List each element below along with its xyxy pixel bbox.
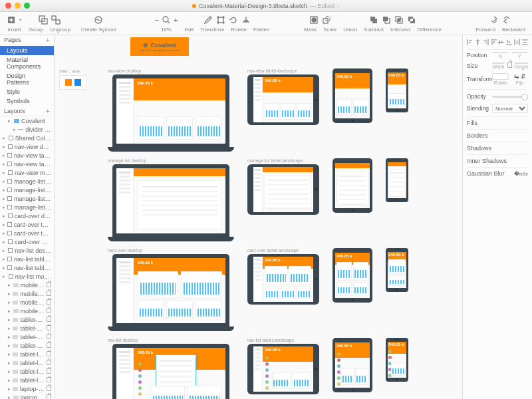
lock-icon[interactable] [47,394,51,400]
lock-icon[interactable] [47,317,51,323]
artboard-laptop[interactable]: nav-view desktop340.65 k [108,68,234,152]
inner-shadows-section[interactable]: Inner Shadows [467,154,528,166]
layer-row[interactable]: ▸tablet-land… [0,350,54,358]
layer-row[interactable]: ▸card-over desktop [0,211,54,220]
disclosure-icon[interactable]: ▸ [8,378,11,383]
artboard-tab-p[interactable]: 340.65 k [332,338,372,392]
artboard-laptop[interactable]: nav-list desktop340.65 k [108,338,234,399]
disclosure-icon[interactable]: ▸ [8,343,11,348]
forward-icon[interactable] [489,15,499,25]
height-input[interactable] [515,63,528,64]
zoom-in-icon[interactable]: + [174,16,178,24]
layer-row[interactable]: ▸tablet-port… [0,324,54,332]
layer-row[interactable]: ▸nav-view desktop [0,142,54,151]
opacity-slider[interactable] [492,96,528,98]
close-window-icon[interactable] [5,3,11,9]
lock-icon[interactable] [47,299,51,306]
layer-row[interactable]: ▸manage-list desktop [0,177,54,186]
layer-row[interactable]: ▸laptop-bg… [0,393,54,399]
page-row[interactable]: Symbols [0,96,54,106]
disclosure-icon[interactable]: ▸ [3,231,5,236]
pos-x-input[interactable] [492,52,509,53]
align-right-icon[interactable] [483,39,489,45]
intersect-icon[interactable] [394,15,404,25]
layer-row[interactable]: ▸nav-list desktop [0,246,54,255]
page-row[interactable]: Style [0,87,54,96]
disclosure-icon[interactable]: ▸ [8,283,11,288]
disclosure-icon[interactable]: ▸ [3,179,5,184]
artboard-tab-p[interactable]: 340.65 k [332,248,372,303]
disclosure-icon[interactable]: ▸ [8,309,11,314]
scale-icon[interactable] [322,15,331,25]
shadows-section[interactable]: Shadows [467,142,528,153]
artboard-phone[interactable]: 340.65 k [386,68,408,112]
disclosure-icon[interactable]: ▸ [8,326,11,331]
ungroup-icon[interactable] [51,15,61,25]
lock-aspect-icon[interactable] [507,63,512,68]
covalent-badge[interactable]: ⊛Covalent https://teradata.github.io/cov… [130,37,189,56]
disclosure-icon[interactable]: ▸ [3,136,7,141]
artboard-tab-l[interactable]: nav-list tablet-landscape340.65 k [247,338,319,394]
artboard-phone[interactable]: 340.65 k [386,338,408,382]
disclosure-icon[interactable]: ▸ [8,395,11,400]
layer-row[interactable]: ▸laptop-bg n… [0,384,54,393]
add-page-icon[interactable]: + [46,36,50,44]
artboard-tab-l[interactable]: manage-list tablet-landscape [247,158,319,215]
artboard-phone[interactable] [386,158,408,202]
lock-icon[interactable] [47,377,51,384]
layer-row[interactable]: ▸card-over tablet-lands… [0,220,54,229]
lock-icon[interactable] [47,342,51,349]
transform-icon[interactable] [216,15,225,25]
gaussian-blur-section[interactable]: Gaussian Blur�növ [467,167,528,178]
align-vcenter-icon[interactable] [498,39,504,45]
pos-y-input[interactable] [511,52,528,53]
minimize-window-icon[interactable] [15,3,21,9]
disclosure-icon[interactable]: ▸ [8,300,11,305]
create-symbol-tool[interactable]: Create Symbol [74,14,123,33]
fills-section[interactable]: Fills [467,116,528,128]
insert-tool[interactable]: ▾ Insert [4,14,25,33]
rotate-icon[interactable] [229,15,238,25]
disclosure-icon[interactable]: ▸ [8,317,11,323]
align-top-icon[interactable] [491,39,497,45]
disclosure-icon[interactable]: ▸ [3,265,5,271]
disclosure-icon[interactable]: ▸ [3,188,5,193]
union-icon[interactable] [369,15,378,25]
layer-row[interactable]: ▸tablet-land… [0,376,54,384]
layer-row[interactable]: ▸Shared Colors [0,134,54,142]
mask-icon[interactable] [309,15,319,25]
disclosure-icon[interactable]: ▸ [3,239,6,245]
disclosure-icon[interactable]: ▸ [8,118,12,124]
layer-row[interactable]: ▸manage-list tablet-lan… [0,186,54,194]
lock-icon[interactable] [47,325,51,332]
layer-row[interactable]: ▸mobile-bg… [0,281,54,289]
difference-icon[interactable] [407,15,416,25]
dropdown-caret-icon[interactable]: ⌵ [337,3,340,9]
width-input[interactable] [492,63,505,64]
layer-row[interactable]: ▸nav-view tablet-lands… [0,151,54,160]
disclosure-icon[interactable]: ▸ [3,274,7,279]
layer-row[interactable]: ▸manage-list tablet-por… [0,194,54,203]
layer-row[interactable]: ▸mobile-bg l… [0,289,54,298]
shared-colors-artboard[interactable]: Shar…olors [59,67,87,90]
artboard-tab-p[interactable]: 340.65 k [332,68,372,123]
layer-row[interactable]: ▸mobile-bg l… [0,298,54,307]
add-layer-icon[interactable]: + [46,107,50,115]
disclosure-icon[interactable]: ▸ [8,360,11,366]
artboard-tab-l[interactable]: nav-view tablet-landscape340.65 k [247,68,319,125]
lock-icon[interactable] [47,368,51,375]
layer-row[interactable]: ▸tablet-land… [0,367,54,376]
disclosure-icon[interactable]: ▸ [8,334,11,340]
artboard-laptop[interactable]: manage-list desktop [108,158,234,241]
layer-row[interactable]: ▸tablet-port… [0,332,54,341]
lock-icon[interactable] [47,351,51,358]
zoom-value[interactable]: 18% [161,27,172,33]
flatten-icon[interactable] [241,15,251,25]
zoom-out-icon[interactable]: − [155,16,159,24]
disclosure-icon[interactable]: ▸ [3,162,5,167]
layer-row[interactable]: ▸nav-view tablet-portrait [0,160,54,168]
artboard-phone[interactable]: 340.65 k [386,248,408,292]
page-row[interactable]: Layouts [0,46,54,55]
gear-icon[interactable]: �növ [514,171,528,177]
disclosure-icon[interactable]: ▸ [3,205,5,210]
